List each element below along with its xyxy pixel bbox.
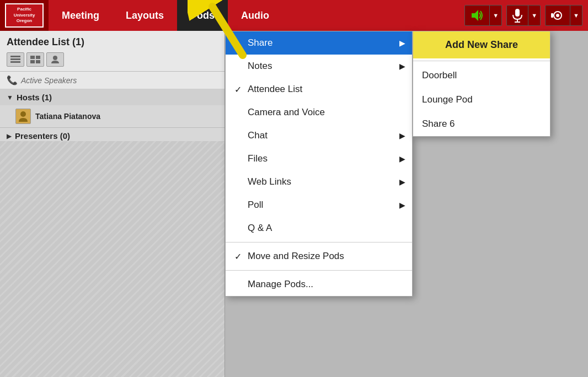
svg-point-15 (20, 111, 26, 117)
phone-icon: 📞 (7, 75, 18, 85)
menu-item-layouts[interactable]: Layouts (113, 0, 177, 31)
svg-rect-13 (36, 60, 40, 63)
share-arrow-icon: ▶ (399, 39, 405, 47)
menu-bar: Pacific University Oregon Meeting Layout… (0, 0, 588, 31)
user-avatar-icon (18, 111, 29, 122)
files-arrow-icon: ▶ (399, 154, 405, 163)
sidebar-header: Attendee List (1) (0, 31, 224, 72)
menu-item-meeting[interactable]: Meeting (49, 0, 113, 31)
dropdown-item-chat[interactable]: Chat ▶ (226, 124, 412, 147)
dropdown-separator-2 (226, 270, 412, 271)
svg-rect-12 (30, 60, 35, 63)
host-item: Tatiana Piatanova (0, 105, 224, 127)
mic-icon (511, 8, 523, 23)
hosts-arrow-icon: ▼ (7, 94, 13, 101)
svg-rect-1 (515, 9, 520, 17)
submenu-item-lounge[interactable]: Lounge Pod (413, 88, 550, 112)
svg-rect-10 (30, 56, 35, 59)
active-speakers-row: 📞 Active Speakers (0, 72, 224, 89)
sidebar-lower-bg (0, 141, 224, 377)
dropdown-item-web-links[interactable]: Web Links ▶ (226, 170, 412, 193)
person-icon (50, 56, 60, 63)
speaker-icon (469, 9, 485, 22)
menu-item-pods[interactable]: Pods (177, 0, 228, 31)
camera-icon (550, 9, 565, 21)
attendee-checkmark: ✓ (234, 84, 245, 95)
host-name: Tatiana Piatanova (35, 112, 100, 121)
menu-right: ▼ ▼ (463, 5, 584, 26)
dropdown-item-qa[interactable]: Q & A (226, 217, 412, 240)
poll-arrow-icon: ▶ (399, 201, 405, 209)
dropdown-item-notes[interactable]: Notes ▶ (226, 55, 412, 78)
svg-rect-9 (10, 61, 20, 63)
svg-rect-7 (10, 56, 20, 57)
mic-main-btn[interactable] (507, 6, 528, 25)
svg-rect-6 (551, 13, 553, 18)
submenu-separator (413, 61, 550, 61)
dropdown-item-camera-voice[interactable]: Camera and Voice (226, 101, 412, 124)
speaker-main-btn[interactable] (465, 6, 490, 25)
list-icon (10, 56, 20, 63)
grid-icon (30, 56, 40, 63)
hosts-section: ▼ Hosts (1) Tatiana Piatanova (0, 89, 224, 128)
cam-drop-btn[interactable]: ▼ (570, 6, 582, 25)
mic-btn-group: ▼ (506, 5, 541, 26)
svg-point-5 (556, 14, 559, 17)
dropdown-item-attendee-list[interactable]: ✓ Attendee List (226, 78, 412, 101)
pods-dropdown: Share ▶ Notes ▶ ✓ Attendee List Camera a… (225, 31, 413, 297)
dropdown-item-move-resize[interactable]: ✓ Move and Resize Pods (226, 245, 412, 268)
submenu-item-doorbell[interactable]: Doorbell (413, 63, 550, 88)
grid-view-btn[interactable] (26, 52, 44, 67)
svg-marker-0 (472, 10, 478, 21)
dropdown-item-share[interactable]: Share ▶ (226, 31, 412, 55)
menu-items: Meeting Layouts Pods Audio (49, 0, 463, 31)
presenters-arrow-icon: ▶ (7, 132, 12, 140)
speaker-chevron-icon: ▼ (493, 12, 499, 19)
sidebar: Attendee List (1) (0, 31, 225, 377)
avatar (15, 109, 31, 124)
hosts-title: Hosts (1) (17, 93, 52, 102)
list-view-btn[interactable] (7, 52, 24, 67)
menu-item-audio[interactable]: Audio (228, 0, 282, 31)
cam-main-btn[interactable] (546, 6, 570, 25)
submenu-item-share6[interactable]: Share 6 (413, 112, 550, 136)
speaker-drop-btn[interactable]: ▼ (490, 6, 501, 25)
move-resize-checkmark: ✓ (234, 251, 245, 262)
logo: Pacific University Oregon (0, 0, 49, 31)
dropdown-separator-1 (226, 242, 412, 243)
cam-chevron-icon: ▼ (573, 12, 579, 19)
add-new-share-btn[interactable]: Add New Share (413, 31, 550, 58)
cam-btn-group: ▼ (545, 5, 582, 26)
svg-rect-11 (36, 56, 40, 59)
profile-view-btn[interactable] (46, 52, 64, 67)
presenters-title: Presenters (0) (15, 131, 70, 141)
sidebar-title: Attendee List (1) (7, 36, 218, 48)
weblinks-arrow-icon: ▶ (399, 177, 405, 186)
hosts-header[interactable]: ▼ Hosts (1) (0, 89, 224, 105)
logo-inner: Pacific University Oregon (5, 3, 44, 28)
notes-arrow-icon: ▶ (399, 62, 405, 71)
dropdown-item-manage-pods[interactable]: Manage Pods... (226, 273, 412, 296)
share-submenu: Add New Share Doorbell Lounge Pod Share … (413, 31, 550, 137)
chat-arrow-icon: ▶ (399, 131, 405, 140)
dropdown-item-poll[interactable]: Poll ▶ (226, 193, 412, 217)
mic-chevron-icon: ▼ (531, 12, 537, 19)
speaker-btn-group: ▼ (464, 5, 502, 26)
sidebar-icons (7, 52, 218, 67)
svg-rect-8 (10, 58, 20, 60)
svg-point-14 (53, 56, 57, 60)
active-speakers-label: Active Speakers (21, 76, 77, 85)
mic-drop-btn[interactable]: ▼ (528, 6, 540, 25)
dropdown-item-files[interactable]: Files ▶ (226, 147, 412, 170)
